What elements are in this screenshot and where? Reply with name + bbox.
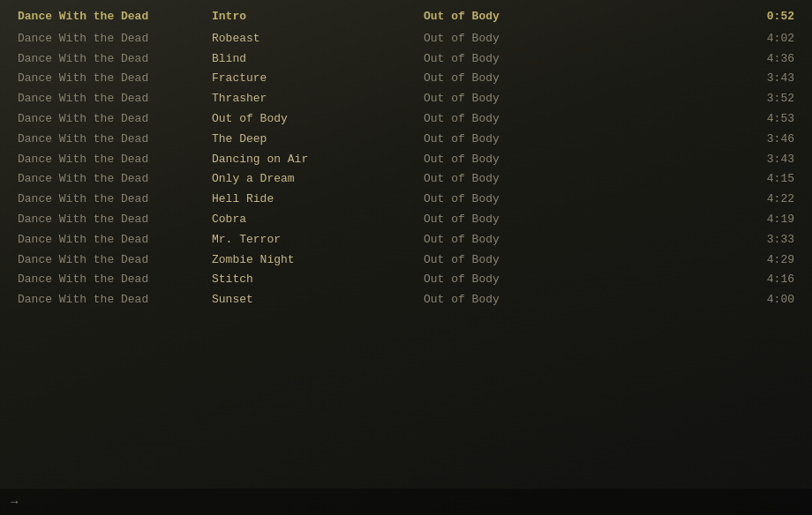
track-duration: 4:15 [750, 170, 794, 189]
track-title: Robeast [212, 30, 424, 49]
table-row[interactable]: Dance With the DeadBlindOut of Body4:36 [0, 49, 812, 70]
arrow-icon: → [11, 495, 18, 509]
track-title: Blind [212, 50, 424, 69]
track-album: Out of Body [424, 110, 600, 129]
track-title: Fracture [212, 70, 424, 88]
table-row[interactable]: Dance With the DeadThrasherOut of Body3:… [0, 89, 812, 109]
track-artist: Dance With the Dead [18, 151, 212, 169]
header-artist: Dance With the Dead [18, 8, 212, 26]
track-album: Out of Body [424, 30, 600, 49]
header-title: Intro [212, 8, 424, 26]
track-title: Out of Body [212, 110, 424, 129]
header-duration: 0:52 [750, 8, 794, 26]
track-album: Out of Body [424, 271, 600, 289]
track-title: Zombie Night [212, 251, 424, 270]
track-artist: Dance With the Dead [18, 211, 212, 229]
table-row[interactable]: Dance With the DeadMr. TerrorOut of Body… [0, 230, 812, 250]
track-artist: Dance With the Dead [18, 251, 212, 270]
track-artist: Dance With the Dead [18, 70, 212, 88]
track-duration: 4:29 [750, 251, 794, 270]
track-album: Out of Body [424, 70, 600, 88]
table-row[interactable]: Dance With the DeadRobeastOut of Body4:0… [0, 29, 812, 49]
table-row[interactable]: Dance With the DeadHell RideOut of Body4… [0, 190, 812, 210]
track-duration: 4:19 [750, 211, 794, 229]
track-duration: 3:52 [750, 90, 794, 108]
track-album: Out of Body [424, 291, 600, 310]
table-row[interactable]: Dance With the DeadSunsetOut of Body4:00 [0, 290, 812, 310]
track-title: Only a Dream [212, 170, 424, 189]
track-album: Out of Body [424, 251, 600, 270]
track-artist: Dance With the Dead [18, 110, 212, 129]
track-duration: 3:43 [750, 70, 794, 88]
track-duration: 3:43 [750, 151, 794, 169]
track-duration: 3:46 [750, 131, 794, 149]
table-row[interactable]: Dance With the DeadCobraOut of Body4:19 [0, 210, 812, 230]
track-album: Out of Body [424, 90, 600, 108]
track-album: Out of Body [424, 211, 600, 229]
track-album: Out of Body [424, 190, 600, 209]
track-title: Stitch [212, 271, 424, 289]
track-title: Hell Ride [212, 190, 424, 209]
track-artist: Dance With the Dead [18, 170, 212, 189]
table-row[interactable]: Dance With the DeadThe DeepOut of Body3:… [0, 130, 812, 150]
track-list: Dance With the Dead Intro Out of Body 0:… [0, 0, 812, 317]
track-list-header: Dance With the Dead Intro Out of Body 0:… [0, 7, 812, 27]
track-title: The Deep [212, 131, 424, 149]
track-title: Sunset [212, 291, 424, 310]
bottom-bar: → [0, 489, 812, 515]
track-duration: 4:00 [750, 291, 794, 310]
track-artist: Dance With the Dead [18, 231, 212, 250]
track-title: Dancing on Air [212, 151, 424, 169]
table-row[interactable]: Dance With the DeadFractureOut of Body3:… [0, 69, 812, 89]
track-artist: Dance With the Dead [18, 90, 212, 108]
table-row[interactable]: Dance With the DeadDancing on AirOut of … [0, 150, 812, 170]
header-album: Out of Body [424, 8, 600, 26]
track-artist: Dance With the Dead [18, 131, 212, 149]
table-row[interactable]: Dance With the DeadZombie NightOut of Bo… [0, 250, 812, 271]
track-artist: Dance With the Dead [18, 291, 212, 310]
table-row[interactable]: Dance With the DeadStitchOut of Body4:16 [0, 270, 812, 290]
track-album: Out of Body [424, 131, 600, 149]
track-title: Thrasher [212, 90, 424, 108]
track-artist: Dance With the Dead [18, 271, 212, 289]
track-duration: 4:53 [750, 110, 794, 129]
track-title: Mr. Terror [212, 231, 424, 250]
track-album: Out of Body [424, 231, 600, 250]
track-artist: Dance With the Dead [18, 190, 212, 209]
track-artist: Dance With the Dead [18, 50, 212, 69]
table-row[interactable]: Dance With the DeadOut of BodyOut of Bod… [0, 109, 812, 130]
track-album: Out of Body [424, 170, 600, 189]
track-album: Out of Body [424, 151, 600, 169]
track-duration: 4:02 [750, 30, 794, 49]
track-duration: 4:36 [750, 50, 794, 69]
track-duration: 4:22 [750, 190, 794, 209]
track-duration: 3:33 [750, 231, 794, 250]
track-duration: 4:16 [750, 271, 794, 289]
track-artist: Dance With the Dead [18, 30, 212, 49]
table-row[interactable]: Dance With the DeadOnly a DreamOut of Bo… [0, 169, 812, 190]
track-album: Out of Body [424, 50, 600, 69]
track-title: Cobra [212, 211, 424, 229]
